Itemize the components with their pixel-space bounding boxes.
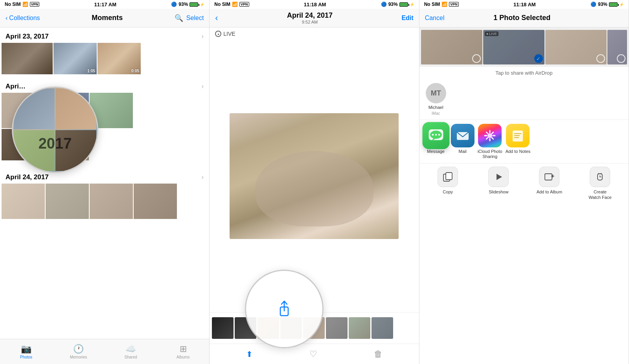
- photo-cell[interactable]: [46, 184, 89, 219]
- photos-scroll[interactable]: April 23, 2017 › 1:05 0:05 Apri… ›: [0, 28, 209, 339]
- slideshow-icon-box: [488, 167, 509, 187]
- photo-grid-apr23: 1:05 0:05: [0, 43, 209, 74]
- contact-sub-michael: iMac: [432, 111, 440, 116]
- heart-action-button[interactable]: ♡: [309, 349, 317, 359]
- slideshow-action-label: Slideshow: [489, 189, 508, 194]
- collections-back-button[interactable]: ‹ Collections: [6, 15, 40, 22]
- film-cell[interactable]: [212, 317, 234, 339]
- mail-app-label: Mail: [459, 149, 467, 154]
- main-photo-image[interactable]: [230, 113, 399, 239]
- battery-icon-1: [189, 2, 198, 7]
- film-cell[interactable]: [349, 317, 370, 339]
- notes-icon-svg: [511, 129, 524, 142]
- app-item-mail[interactable]: Mail: [451, 124, 475, 159]
- section-chevron-apr23: ›: [201, 32, 204, 40]
- edit-button[interactable]: Edit: [401, 15, 413, 22]
- section-date-apr24b: April 24, 2017: [6, 173, 49, 181]
- status-left-3: No SIM 📶 VPN: [424, 2, 459, 7]
- share-icon-container: [274, 299, 294, 319]
- live-text: LIVE: [223, 31, 235, 37]
- mail-icon-svg: [456, 129, 469, 142]
- message-app-icon: [422, 122, 449, 149]
- share-upload-icon: [274, 299, 294, 319]
- svg-line-31: [598, 173, 599, 174]
- photo-cell[interactable]: [2, 184, 45, 219]
- lightning-icon: ⚡: [200, 2, 204, 7]
- action-item-slideshow[interactable]: Slideshow: [475, 167, 522, 200]
- tab-memories[interactable]: 🕐 Memories: [52, 339, 105, 364]
- app-item-message[interactable]: Message: [424, 124, 448, 159]
- action-item-add-album[interactable]: Add to Album: [526, 167, 573, 200]
- vpn-label-2: VPN: [239, 2, 249, 7]
- notes-app-label: Add to Notes: [506, 149, 531, 154]
- contact-name-michael: Michael: [429, 105, 443, 110]
- thumb-cell-2[interactable]: ● LIVE ✓: [483, 30, 544, 64]
- icloud-photos-app-icon: [478, 124, 502, 147]
- back-chevron-icon: ‹: [6, 15, 7, 22]
- film-cell[interactable]: [372, 317, 393, 339]
- trash-action-button[interactable]: 🗑: [374, 349, 383, 359]
- photo-actions-bar: ⬆ ♡ 🗑: [210, 344, 419, 364]
- contact-item-michael[interactable]: MT Michael iMac: [426, 83, 446, 116]
- contacts-row: MT Michael iMac: [419, 79, 629, 119]
- tab-shared[interactable]: ☁️ Shared: [105, 339, 157, 364]
- section-date-apr23: April 23, 2017: [6, 33, 49, 40]
- app-item-notes[interactable]: Add to Notes: [506, 124, 531, 159]
- slideshow-icon: [493, 172, 504, 182]
- select-button[interactable]: Select: [186, 15, 204, 22]
- tab-photos[interactable]: 📷 Photos: [0, 339, 52, 364]
- photo-cell[interactable]: [134, 184, 177, 219]
- watch-face-icon: [595, 172, 605, 182]
- notes-app-icon: [506, 124, 530, 147]
- app-item-icloud-photos[interactable]: iCloud PhotoSharing: [478, 124, 502, 159]
- thumb-cell-4[interactable]: [607, 30, 627, 64]
- wifi-icon: 📶: [22, 2, 28, 7]
- live-badge[interactable]: ● LIVE: [210, 28, 419, 40]
- vpn-label: VPN: [30, 2, 40, 7]
- thumb-cell-3[interactable]: [545, 30, 607, 64]
- svg-rect-25: [545, 174, 552, 180]
- thumb-cell-1[interactable]: [421, 30, 482, 64]
- action-item-watch-face[interactable]: CreateWatch Face: [576, 167, 624, 200]
- share-circle-magnifier: [245, 270, 324, 348]
- photo-cell[interactable]: [90, 184, 133, 219]
- photos-icon-svg: [483, 129, 497, 142]
- wifi-icon-3: 📶: [441, 2, 447, 7]
- battery-percent-3: 93%: [598, 2, 607, 7]
- search-icon[interactable]: 🔍: [175, 14, 183, 22]
- photo-main-area[interactable]: [210, 40, 419, 312]
- back-button-2[interactable]: ‹: [215, 13, 218, 23]
- photo-cell[interactable]: [2, 43, 53, 74]
- live-circle-small: ●: [486, 32, 488, 36]
- back-arrow-icon: ‹: [215, 13, 218, 23]
- battery-icon-3: [609, 2, 618, 7]
- airdrop-text: Tap to share with AirDrop: [419, 67, 629, 79]
- svg-rect-18: [513, 131, 523, 142]
- status-right-2: 🔵 93% ⚡: [381, 2, 414, 7]
- copy-icon-box: [438, 167, 458, 187]
- cancel-button[interactable]: Cancel: [425, 15, 445, 22]
- photos-tab-icon: 📷: [21, 344, 31, 354]
- status-time-1: 11:17 AM: [94, 2, 116, 7]
- nav-bar-1: ‹ Collections Moments 🔍 Select: [0, 9, 209, 28]
- nav-right-1: 🔍 Select: [175, 14, 204, 22]
- mag-cell-1: [14, 88, 55, 129]
- photo-cell[interactable]: 1:05: [53, 43, 97, 74]
- film-cell[interactable]: [326, 317, 348, 339]
- wifi-icon-2: 📶: [232, 2, 238, 7]
- photo-cell[interactable]: 0:05: [97, 43, 141, 74]
- tab-albums[interactable]: ⊞ Albums: [157, 339, 209, 364]
- share-action-button[interactable]: ⬆: [246, 349, 253, 359]
- svg-marker-24: [497, 174, 502, 180]
- bluetooth-icon-2: 🔵: [381, 2, 387, 7]
- battery-icon-2: [399, 2, 408, 7]
- panel-moments: No SIM 📶 VPN 11:17 AM 🔵 93% ⚡ ‹ Collecti…: [0, 0, 210, 364]
- photo-grid-apr24: [0, 184, 209, 219]
- lightning-icon-2: ⚡: [410, 2, 414, 7]
- section-chevron-apr24a: ›: [201, 82, 204, 90]
- photo-date-title: April 24, 2017: [287, 11, 333, 20]
- nav-bar-2: ‹ April 24, 2017 9:52 AM Edit: [210, 9, 419, 28]
- panel-share-sheet: No SIM 📶 VPN 11:18 AM 🔵 93% ⚡ Cancel 1 P…: [419, 0, 629, 364]
- action-item-copy[interactable]: Copy: [424, 167, 472, 200]
- icloud-photos-app-label: iCloud PhotoSharing: [478, 149, 502, 159]
